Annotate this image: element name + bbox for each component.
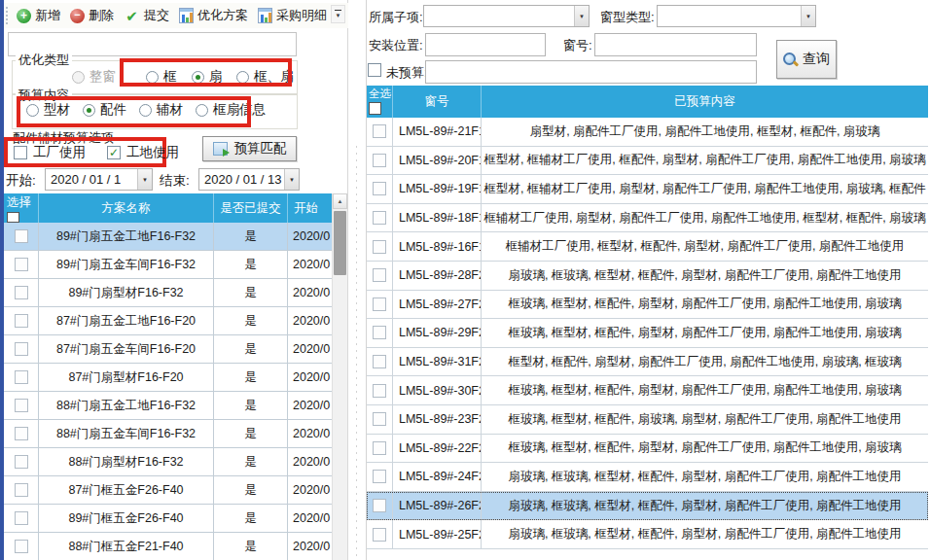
end-date-dropdown-button[interactable]: ▼ [284, 169, 299, 190]
submit-button[interactable]: ✔ 提交 [119, 5, 174, 26]
window-header-no[interactable]: 窗号 [393, 86, 482, 118]
window-row-checkbox[interactable] [373, 441, 386, 455]
window-row-checkbox[interactable] [373, 182, 386, 195]
window-row-checkbox[interactable] [373, 384, 386, 398]
window-type-combobox[interactable]: ▼ [657, 5, 816, 27]
plan-row-checkbox[interactable] [15, 370, 28, 384]
scrollbar-up-button[interactable]: ▲ [333, 193, 347, 209]
toolbar-overflow-button[interactable]: ▼ [331, 5, 345, 23]
not-budgeted-checkbox[interactable] [368, 63, 381, 77]
plan-header-start[interactable]: 开始 [288, 193, 332, 223]
plan-row-checkbox[interactable] [15, 258, 28, 271]
window-table-row[interactable]: LM5L-89#-21F19扇型材, 扇配件工厂使用, 扇配件工地使用, 框型材… [367, 118, 928, 147]
sub-item-dropdown-button[interactable]: ▼ [574, 6, 589, 26]
window-table-row[interactable]: LM5L-89#-16F15框辅材工厂使用, 框型材, 框配件, 扇型材, 扇配… [367, 232, 928, 262]
radio-option[interactable]: 框扇信息 [196, 101, 266, 119]
radio-option[interactable]: 扇 [192, 68, 223, 86]
plan-header-name[interactable]: 方案名称 [39, 193, 214, 223]
scrollbar-thumb[interactable] [334, 211, 346, 275]
window-row-checkbox[interactable] [373, 326, 386, 339]
window-table-row[interactable]: LM5L-89#-24F22扇玻璃, 框玻璃, 框型材, 框配件, 扇型材, 扇… [367, 463, 928, 492]
plan-row-checkbox[interactable] [15, 427, 28, 440]
window-table-row[interactable]: LM5L-89#-31F29框型材, 框配件, 扇型材, 扇配件工厂使用, 扇配… [367, 348, 928, 377]
plan-row-checkbox[interactable] [15, 540, 28, 553]
plan-table-row[interactable]: 89#门框五金F26-F40是2020/0 [4, 505, 332, 533]
radio-option[interactable]: 框、扇 [236, 68, 294, 86]
install-position-input[interactable] [425, 33, 546, 56]
window-row-checkbox[interactable] [373, 268, 386, 282]
window-row-checkbox[interactable] [373, 211, 386, 225]
plan-row-checkbox[interactable] [15, 455, 28, 469]
plan-row-checkbox[interactable] [15, 483, 28, 497]
plan-row-checkbox[interactable] [15, 342, 28, 356]
window-table-row[interactable]: LM5L-89#-26F24扇玻璃, 框玻璃, 框型材, 框配件, 扇型材, 扇… [367, 492, 928, 521]
plan-table-row[interactable]: 88#门扇型材F16-F32是2020/0 [4, 448, 332, 476]
window-row-checkbox[interactable] [373, 355, 386, 368]
window-row-checkbox[interactable] [373, 412, 386, 426]
plan-table-scrollbar[interactable]: ▲ [332, 193, 347, 560]
plan-table-row[interactable]: 87#门扇五金工地F16-F20是2020/0 [4, 307, 332, 335]
plan-row-checkbox[interactable] [15, 399, 28, 412]
window-row-checkbox[interactable] [373, 154, 386, 167]
window-row-checkbox[interactable] [373, 528, 386, 542]
select-all-plans-checkbox[interactable] [7, 212, 19, 223]
delete-button[interactable]: − 删除 [65, 5, 119, 26]
window-row-select-cell [367, 291, 393, 319]
radio-option[interactable]: 辅材 [139, 101, 183, 119]
plan-table-row[interactable]: 87#门扇型材F16-F20是2020/0 [4, 364, 332, 392]
window-no-input[interactable] [594, 33, 757, 56]
window-type-dropdown-button[interactable]: ▼ [801, 6, 815, 26]
window-table-row[interactable]: LM5L-89#-29F27框玻璃, 框型材, 框配件, 扇型材, 扇配件工厂使… [367, 319, 928, 348]
window-row-checkbox[interactable] [373, 499, 386, 512]
panel-splitter[interactable] [348, 0, 366, 560]
select-all-windows-checkbox[interactable] [369, 102, 381, 115]
window-table-row[interactable]: LM5L-89#-20F18框型材, 框辅材工厂使用, 框配件, 扇型材, 扇配… [367, 147, 928, 176]
plan-table-row[interactable]: 87#门扇五金车间F16-F20是2020/0 [4, 335, 332, 364]
plan-table-row[interactable]: 88#门框五金F21-F40是2020/0 [4, 533, 332, 560]
plan-table-row[interactable]: 88#门扇五金工地F16-F32是2020/0 [4, 392, 332, 420]
radio-option[interactable]: 型材 [26, 101, 70, 119]
add-button[interactable]: + 新增 [12, 5, 65, 26]
toolbar-grip[interactable] [6, 7, 8, 24]
plan-table-row[interactable]: 88#门扇五金车间F16-F32是2020/0 [4, 420, 332, 448]
plan-row-checkbox[interactable] [15, 314, 28, 328]
checkbox-icon[interactable]: ✓ [107, 146, 121, 159]
window-table-row[interactable]: LM5L-89#-22F20框玻璃, 框型材, 框配件, 扇型材, 扇配件工厂使… [367, 435, 928, 464]
window-table-row[interactable]: LM5L-89#-19F17框型材, 框辅材工厂使用, 扇型材, 扇配件工厂使用… [367, 175, 928, 204]
radio-option[interactable]: 配件 [83, 101, 126, 119]
usage-checkbox-item[interactable]: 工厂使用 [14, 144, 86, 161]
plan-table-row[interactable]: 89#门扇五金工地F16-F32是2020/0 [4, 223, 332, 251]
window-table-row[interactable]: LM5L-89#-25F23扇玻璃, 框玻璃, 框型材, 框配件, 扇型材, 扇… [367, 520, 928, 549]
window-row-checkbox[interactable] [373, 470, 386, 483]
end-date-picker[interactable]: 2020 / 01 / 13 ▼ [198, 168, 300, 191]
radio-option[interactable]: 整窗 [72, 68, 116, 86]
plan-row-checkbox[interactable] [15, 229, 28, 243]
window-table-row[interactable]: LM5L-89#-30F28框玻璃, 框型材, 框配件, 扇型材, 扇配件工厂使… [367, 376, 928, 405]
budget-match-button[interactable]: 预算匹配 [202, 136, 297, 161]
radio-option[interactable]: 框 [146, 68, 177, 86]
plan-name-cell: 89#门扇五金车间F16-F32 [39, 251, 214, 278]
window-table-row[interactable]: LM5L-89#-28F26扇玻璃, 框玻璃, 框型材, 框配件, 扇型材, 扇… [367, 262, 928, 291]
plan-header-submitted[interactable]: 是否已提交 [214, 193, 288, 223]
start-date-dropdown-button[interactable]: ▼ [137, 169, 152, 190]
sub-item-combobox[interactable]: ▼ [423, 5, 590, 27]
window-table-row[interactable]: LM5L-89#-18F16框辅材工厂使用, 扇型材, 扇配件工厂使用, 扇配件… [367, 204, 928, 233]
plan-row-checkbox[interactable] [15, 511, 28, 525]
usage-checkbox-item[interactable]: ✓工地使用 [107, 144, 179, 161]
plan-start-cell: 2020/0 [288, 364, 332, 391]
not-budgeted-input[interactable] [425, 60, 757, 84]
plan-table-row[interactable]: 89#门扇型材F16-F32是2020/0 [4, 279, 332, 307]
window-row-checkbox[interactable] [373, 298, 386, 311]
window-row-checkbox[interactable] [373, 124, 386, 138]
plan-table-row[interactable]: 87#门框五金F26-F40是2020/0 [4, 476, 332, 505]
window-table-row[interactable]: LM5L-89#-23F21框玻璃, 框型材, 框配件, 扇玻璃, 扇型材, 扇… [367, 405, 928, 435]
query-button[interactable]: 查询 [776, 40, 837, 79]
optimize-plan-button[interactable]: 优化方案 [174, 5, 253, 26]
start-date-picker[interactable]: 2020 / 01 / 1 ▼ [45, 168, 153, 191]
window-table-row[interactable]: LM5L-89#-27F25框玻璃, 框型材, 框配件, 扇型材, 扇配件工厂使… [367, 291, 928, 320]
checkbox-icon[interactable] [14, 146, 27, 159]
window-header-content[interactable]: 已预算内容 [482, 86, 928, 118]
window-row-checkbox[interactable] [373, 240, 386, 254]
plan-row-checkbox[interactable] [15, 286, 28, 299]
plan-table-row[interactable]: 89#门扇五金车间F16-F32是2020/0 [4, 251, 332, 279]
